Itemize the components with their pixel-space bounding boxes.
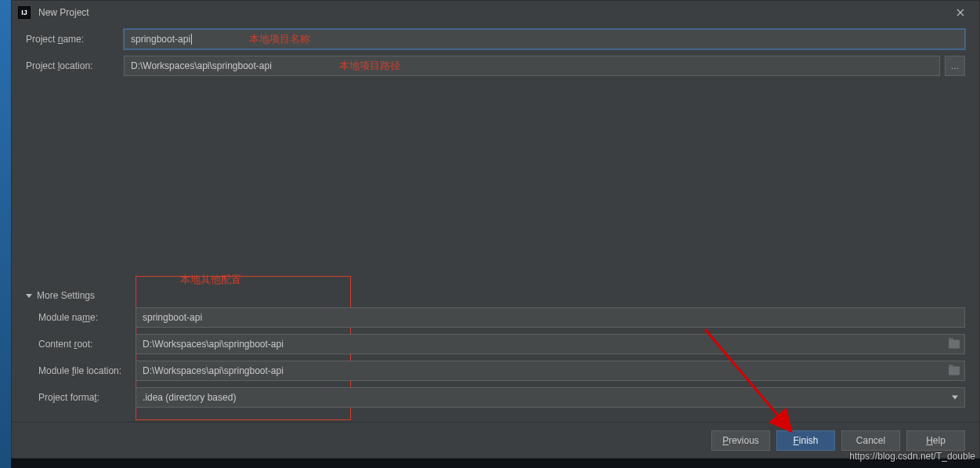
chevron-down-icon xyxy=(26,294,32,298)
window-title: New Project xyxy=(38,7,89,18)
project-format-label: Project format: xyxy=(26,392,136,403)
content-root-row: Content root: D:\Workspaces\api\springbo… xyxy=(26,334,965,354)
project-name-row: Project name: springboot-api 本地项目名称 xyxy=(26,29,965,49)
desktop-background xyxy=(0,0,11,468)
previous-button[interactable]: Previous xyxy=(711,430,770,451)
browse-location-button[interactable]: … xyxy=(945,56,965,76)
project-name-label: Project name: xyxy=(26,34,124,45)
more-settings-panel: Module name: springboot-api Content root… xyxy=(26,307,965,414)
project-name-input[interactable]: springboot-api xyxy=(124,29,965,49)
text-caret xyxy=(191,34,192,45)
help-button[interactable]: Help xyxy=(906,430,965,451)
module-name-label: Module name: xyxy=(26,312,136,323)
more-settings-label: More Settings xyxy=(37,290,95,301)
content-spacer xyxy=(26,82,965,290)
chevron-down-icon xyxy=(952,396,958,400)
module-file-location-input[interactable]: D:\Workspaces\api\springboot-api xyxy=(136,361,965,381)
folder-icon[interactable] xyxy=(949,367,960,375)
dialog-footer: Previous Finish Cancel Help xyxy=(12,422,979,458)
cancel-button[interactable]: Cancel xyxy=(841,430,900,451)
taskbar xyxy=(11,459,980,468)
more-settings-toggle[interactable]: More Settings xyxy=(26,290,965,301)
dialog-content: Project name: springboot-api 本地项目名称 Proj… xyxy=(12,24,979,422)
content-root-input[interactable]: D:\Workspaces\api\springboot-api xyxy=(136,334,965,354)
finish-button[interactable]: Finish xyxy=(776,430,835,451)
project-location-input[interactable]: D:\Workspaces\api\springboot-api xyxy=(124,56,940,76)
new-project-dialog: IJ New Project Project name: springboot-… xyxy=(11,0,980,459)
project-format-row: Project format: .idea (directory based) xyxy=(26,387,965,408)
module-file-location-row: Module file location: D:\Workspaces\api\… xyxy=(26,361,965,381)
project-format-dropdown[interactable]: .idea (directory based) xyxy=(136,387,965,408)
close-button[interactable] xyxy=(945,3,976,22)
project-location-row: Project location: D:\Workspaces\api\spri… xyxy=(26,56,965,76)
module-file-location-label: Module file location: xyxy=(26,365,136,376)
project-location-label: Project location: xyxy=(26,60,124,71)
app-icon: IJ xyxy=(18,6,31,19)
content-root-label: Content root: xyxy=(26,339,136,350)
module-name-row: Module name: springboot-api xyxy=(26,307,965,328)
titlebar: IJ New Project xyxy=(12,1,979,24)
module-name-input[interactable]: springboot-api xyxy=(136,307,965,328)
close-icon xyxy=(956,9,964,16)
folder-icon[interactable] xyxy=(949,340,960,349)
